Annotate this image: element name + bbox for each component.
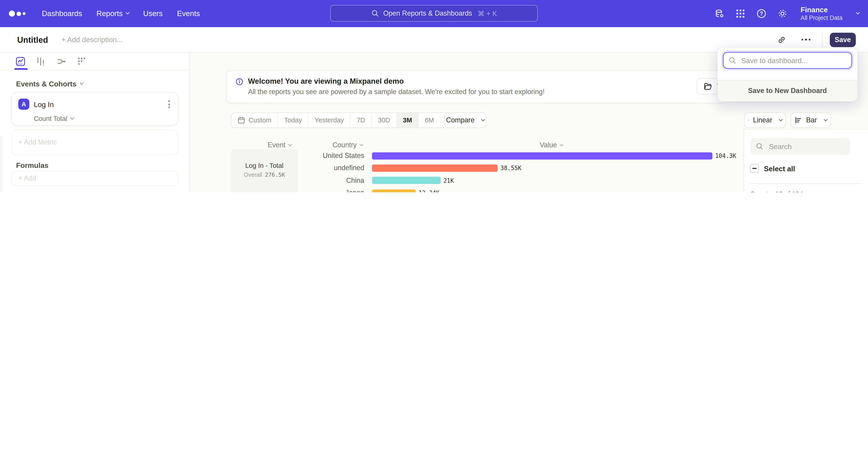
chevron-down-icon <box>779 117 783 121</box>
value-bar[interactable] <box>372 177 441 184</box>
chevron-down-icon <box>125 10 129 14</box>
top-nav: Dashboards Reports Users Events Open Rep… <box>0 0 868 27</box>
tab-flows[interactable] <box>57 56 66 66</box>
project-switcher[interactable]: Finance All Project Data <box>801 6 843 21</box>
chart-style-button[interactable]: Bar <box>790 112 831 128</box>
chevron-down-icon <box>481 117 485 121</box>
select-all-row[interactable]: Select all <box>750 164 795 173</box>
scroll-shadow <box>0 136 5 192</box>
add-description-placeholder[interactable]: + Add description... <box>61 35 123 44</box>
copy-link-icon[interactable] <box>774 32 789 48</box>
date-range-option[interactable]: 3M <box>397 113 418 127</box>
date-range-option[interactable]: 30D <box>372 113 397 127</box>
mixpanel-app: Dashboards Reports Users Events Open Rep… <box>0 0 868 192</box>
value-label: 21K <box>443 177 454 184</box>
info-icon <box>236 78 243 85</box>
segment-search[interactable] <box>750 138 850 154</box>
mixpanel-logo[interactable] <box>9 11 25 17</box>
column-header-value[interactable]: Value <box>540 141 563 149</box>
aggregation-selector[interactable]: Count Total <box>34 115 171 122</box>
column-header-country[interactable]: Country <box>333 141 363 149</box>
segment-search-input[interactable] <box>768 142 840 151</box>
date-range-option[interactable]: 7D <box>350 113 372 127</box>
nav-right: ? Finance All Project Data <box>714 6 859 21</box>
chevron-down-icon <box>824 117 827 121</box>
report-type-tabs <box>0 53 189 70</box>
shortcut-hint: ⌘ + K <box>477 9 497 18</box>
segment-filter-panel: Select all Country 12 of 184 United Stat… <box>743 129 868 192</box>
nav-item[interactable]: Reports <box>96 9 129 18</box>
nav-item[interactable]: Events <box>177 9 200 18</box>
chart-row: Japan 13.34K <box>298 187 741 192</box>
date-range-option[interactable]: Today <box>278 113 309 127</box>
date-range-option[interactable]: 6M <box>418 113 440 127</box>
query-builder-sidebar: Events & Cohorts A Log In Count Total + … <box>0 53 190 192</box>
bar-chart: United States 104.3K undefined 38.55K Ch… <box>298 150 741 192</box>
demo-banner: Welcome! You are viewing a Mixpanel demo… <box>226 70 726 103</box>
chevron-down-icon <box>856 10 860 14</box>
chevron-down-icon <box>360 142 363 146</box>
nav-item[interactable]: Dashboards <box>42 9 82 18</box>
data-management-icon[interactable] <box>714 8 725 19</box>
help-icon[interactable]: ? <box>756 8 767 19</box>
tab-insights[interactable] <box>16 56 26 66</box>
bar-chart-icon <box>795 116 802 124</box>
add-metric-button[interactable]: + Add Metric <box>11 129 178 155</box>
value-label: 38.55K <box>500 165 522 172</box>
metric-card[interactable]: A Log In Count Total <box>11 92 178 126</box>
tab-retention[interactable] <box>77 56 87 66</box>
add-formula-button[interactable]: + Add <box>11 171 178 186</box>
search-icon <box>371 9 379 17</box>
date-range-control: Custom Today Yesterday 7D 30D 3M 6M 12M <box>231 112 466 128</box>
date-range-option[interactable]: Yesterday <box>309 113 350 127</box>
banner-title: Welcome! You are viewing a Mixpanel demo <box>248 77 404 85</box>
date-range-option[interactable]: Custom <box>231 113 278 127</box>
global-search-label: Open Reports & Dashboards <box>383 9 472 17</box>
search-icon <box>728 57 736 64</box>
chart-row: undefined 38.55K <box>298 162 741 174</box>
project-scope: All Project Data <box>801 14 843 21</box>
value-label: 13.34K <box>418 189 439 192</box>
chevron-down-icon <box>288 142 292 146</box>
chevron-down-icon <box>70 116 74 119</box>
kebab-menu-icon[interactable] <box>167 99 171 109</box>
metric-event-name[interactable]: Log In <box>34 100 54 108</box>
country-label: Japan <box>298 189 364 192</box>
global-search-button[interactable]: Open Reports & Dashboards ⌘ + K <box>330 5 538 22</box>
project-name: Finance <box>801 6 843 14</box>
compare-button[interactable]: Compare <box>444 112 487 128</box>
dashboard-search-input[interactable] <box>740 56 840 65</box>
chart-row: China 21K <box>298 174 741 187</box>
indeterminate-checkbox[interactable] <box>750 164 759 173</box>
settings-gear-icon[interactable] <box>777 8 788 19</box>
country-label: United States <box>298 152 364 159</box>
linear-axis-icon <box>748 116 749 124</box>
tab-funnels[interactable] <box>36 56 46 66</box>
value-bar[interactable] <box>372 152 712 159</box>
more-options-icon[interactable] <box>798 32 814 48</box>
dashboard-search-field[interactable] <box>723 52 852 68</box>
divider <box>822 32 822 47</box>
apps-grid-icon[interactable] <box>735 8 746 19</box>
chevron-down-icon <box>560 142 563 146</box>
value-bar[interactable] <box>372 165 498 172</box>
svg-text:?: ? <box>760 11 763 17</box>
chart-row: United States 104.3K <box>298 150 741 162</box>
folder-icon <box>704 83 712 90</box>
value-bar[interactable] <box>372 189 416 192</box>
save-to-dashboard-popup: Save to New Dashboard <box>717 48 858 101</box>
calendar-icon <box>238 116 245 124</box>
save-to-new-dashboard-button[interactable]: Save to New Dashboard <box>717 80 858 101</box>
search-icon <box>756 142 763 150</box>
save-button[interactable]: Save <box>830 32 856 47</box>
nav-item[interactable]: Users <box>143 9 162 18</box>
scale-selector-button[interactable]: Linear <box>744 112 786 128</box>
chevron-down-icon <box>80 81 84 85</box>
country-label: undefined <box>298 164 364 172</box>
column-header-event[interactable]: Event <box>268 141 291 149</box>
country-count-label: Country 12 of 184 <box>750 190 803 192</box>
section-events-cohorts[interactable]: Events & Cohorts <box>16 80 83 88</box>
report-title[interactable]: Untitled <box>17 35 48 45</box>
country-label: China <box>298 177 364 184</box>
divider <box>750 183 862 184</box>
